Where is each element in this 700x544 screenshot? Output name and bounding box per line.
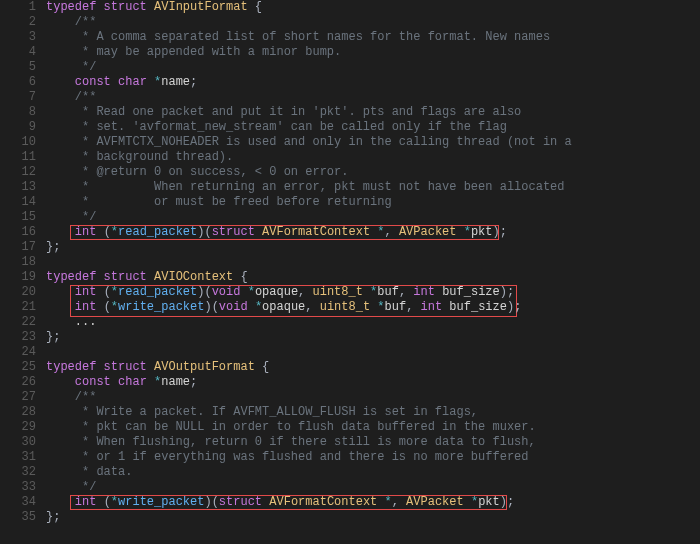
code-line[interactable]: 31 * or 1 if everything was flushed and …: [0, 450, 700, 465]
code-content[interactable]: typedef struct AVInputFormat {: [46, 0, 700, 15]
token-typename: AVInputFormat: [154, 0, 255, 14]
code-content[interactable]: * or must be freed before returning: [46, 195, 700, 210]
code-content[interactable]: * When returning an error, pkt must not …: [46, 180, 700, 195]
token-kw: typedef: [46, 270, 104, 284]
code-line[interactable]: 15 */: [0, 210, 700, 225]
code-content[interactable]: typedef struct AVIOContext {: [46, 270, 700, 285]
token-ident: buf: [377, 285, 399, 299]
code-content[interactable]: * When flushing, return 0 if there still…: [46, 435, 700, 450]
code-line[interactable]: 19typedef struct AVIOContext {: [0, 270, 700, 285]
code-line[interactable]: 12 * @return 0 on success, < 0 on error.: [0, 165, 700, 180]
code-content[interactable]: [46, 255, 700, 270]
code-line[interactable]: 33 */: [0, 480, 700, 495]
token-type: int: [421, 300, 450, 314]
token-punc: );: [500, 495, 514, 509]
token-punc: ;: [190, 375, 197, 389]
token-type: int: [75, 285, 104, 299]
token-op: *: [111, 225, 118, 239]
code-content[interactable]: * A comma separated list of short names …: [46, 30, 700, 45]
code-line[interactable]: 2 /**: [0, 15, 700, 30]
code-content[interactable]: ...: [46, 315, 700, 330]
code-line[interactable]: 1typedef struct AVInputFormat {: [0, 0, 700, 15]
code-line[interactable]: 32 * data.: [0, 465, 700, 480]
code-content[interactable]: [46, 345, 700, 360]
code-content[interactable]: int (*write_packet)(struct AVFormatConte…: [46, 495, 700, 510]
code-content[interactable]: const char *name;: [46, 75, 700, 90]
code-content[interactable]: * AVFMTCTX_NOHEADER is used and only in …: [46, 135, 700, 150]
code-content[interactable]: * data.: [46, 465, 700, 480]
code-line[interactable]: 30 * When flushing, return 0 if there st…: [0, 435, 700, 450]
code-content[interactable]: };: [46, 510, 700, 525]
code-line[interactable]: 16 int (*read_packet)(struct AVFormatCon…: [0, 225, 700, 240]
code-line[interactable]: 7 /**: [0, 90, 700, 105]
code-line[interactable]: 18: [0, 255, 700, 270]
code-content[interactable]: * Write a packet. If AVFMT_ALLOW_FLUSH i…: [46, 405, 700, 420]
token-ident: [46, 285, 75, 299]
line-number: 16: [0, 225, 46, 240]
code-line[interactable]: 5 */: [0, 60, 700, 75]
code-line[interactable]: 9 * set. 'avformat_new_stream' can be ca…: [0, 120, 700, 135]
code-content[interactable]: * may be appended with a minor bump.: [46, 45, 700, 60]
code-content[interactable]: /**: [46, 90, 700, 105]
code-content[interactable]: */: [46, 60, 700, 75]
code-line[interactable]: 29 * pkt can be NULL in order to flush d…: [0, 420, 700, 435]
code-content[interactable]: };: [46, 330, 700, 345]
line-number: 21: [0, 300, 46, 315]
token-punc: ,: [305, 300, 319, 314]
code-content[interactable]: * set. 'avformat_new_stream' can be call…: [46, 120, 700, 135]
code-content[interactable]: int (*write_packet)(void *opaque, uint8_…: [46, 300, 700, 315]
code-line[interactable]: 26 const char *name;: [0, 375, 700, 390]
code-content[interactable]: * background thread).: [46, 150, 700, 165]
code-content[interactable]: * pkt can be NULL in order to flush data…: [46, 420, 700, 435]
code-line[interactable]: 24: [0, 345, 700, 360]
token-punc: {: [255, 0, 262, 14]
code-line[interactable]: 34 int (*write_packet)(struct AVFormatCo…: [0, 495, 700, 510]
code-line[interactable]: 14 * or must be freed before returning: [0, 195, 700, 210]
code-content[interactable]: const char *name;: [46, 375, 700, 390]
token-punc: (: [104, 300, 111, 314]
code-line[interactable]: 13 * When returning an error, pkt must n…: [0, 180, 700, 195]
code-line[interactable]: 10 * AVFMTCTX_NOHEADER is used and only …: [0, 135, 700, 150]
code-line[interactable]: 6 const char *name;: [0, 75, 700, 90]
line-number: 31: [0, 450, 46, 465]
code-content[interactable]: /**: [46, 390, 700, 405]
code-line[interactable]: 28 * Write a packet. If AVFMT_ALLOW_FLUS…: [0, 405, 700, 420]
token-punc: ;: [190, 75, 197, 89]
code-content[interactable]: typedef struct AVOutputFormat {: [46, 360, 700, 375]
token-kw: struct: [104, 0, 154, 14]
code-line[interactable]: 35};: [0, 510, 700, 525]
token-typename: uint8_t: [320, 300, 378, 314]
token-type: int: [75, 300, 104, 314]
token-func: read_packet: [118, 285, 197, 299]
code-line[interactable]: 21 int (*write_packet)(void *opaque, uin…: [0, 300, 700, 315]
code-content[interactable]: * @return 0 on success, < 0 on error.: [46, 165, 700, 180]
code-content[interactable]: /**: [46, 15, 700, 30]
line-number: 25: [0, 360, 46, 375]
code-line[interactable]: 23};: [0, 330, 700, 345]
code-line[interactable]: 20 int (*read_packet)(void *opaque, uint…: [0, 285, 700, 300]
code-content[interactable]: int (*read_packet)(struct AVFormatContex…: [46, 225, 700, 240]
code-line[interactable]: 27 /**: [0, 390, 700, 405]
token-typename: AVPacket: [406, 495, 471, 509]
code-line[interactable]: 25typedef struct AVOutputFormat {: [0, 360, 700, 375]
code-content[interactable]: */: [46, 480, 700, 495]
token-ident: buf: [385, 300, 407, 314]
code-line[interactable]: 8 * Read one packet and put it in 'pkt'.…: [0, 105, 700, 120]
code-content[interactable]: * Read one packet and put it in 'pkt'. p…: [46, 105, 700, 120]
token-kw: struct: [104, 270, 154, 284]
token-comment: * pkt can be NULL in order to flush data…: [46, 420, 536, 434]
code-line[interactable]: 22 ...: [0, 315, 700, 330]
code-content[interactable]: };: [46, 240, 700, 255]
code-line[interactable]: 3 * A comma separated list of short name…: [0, 30, 700, 45]
code-content[interactable]: * or 1 if everything was flushed and the…: [46, 450, 700, 465]
code-line[interactable]: 17};: [0, 240, 700, 255]
code-editor[interactable]: 1typedef struct AVInputFormat {2 /**3 * …: [0, 0, 700, 544]
token-punc: (: [104, 495, 111, 509]
token-ident: [46, 225, 75, 239]
code-line[interactable]: 11 * background thread).: [0, 150, 700, 165]
line-number: 29: [0, 420, 46, 435]
code-content[interactable]: */: [46, 210, 700, 225]
token-comment: /**: [46, 90, 96, 104]
code-content[interactable]: int (*read_packet)(void *opaque, uint8_t…: [46, 285, 700, 300]
code-line[interactable]: 4 * may be appended with a minor bump.: [0, 45, 700, 60]
